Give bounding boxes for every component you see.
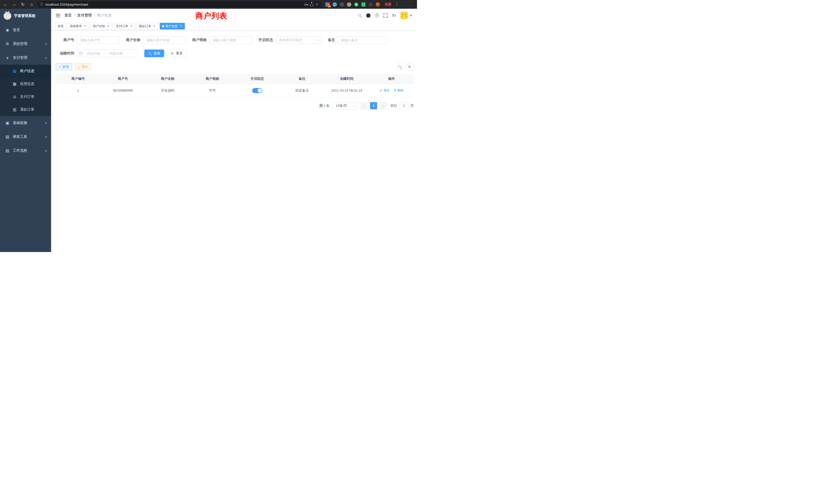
tab-pay-order[interactable]: 支付订单×	[113, 23, 135, 29]
user-menu[interactable]: ▼	[400, 12, 412, 19]
chevron-down-icon[interactable]: ∨	[414, 7, 416, 10]
full-name-input[interactable]	[143, 36, 186, 44]
payment-submenu: ▤ 商户信息 ▦ 应用信息 ◎ 支付订单 ▥ 退款订单	[0, 65, 51, 116]
export-button[interactable]: ↓ 导出	[75, 63, 91, 70]
date-range-picker[interactable]: -	[77, 49, 138, 57]
filter-status: 开启状态 请选择开启状态	[259, 36, 322, 44]
extension-drop-icon[interactable]	[332, 2, 337, 7]
sidebar-item-workflow[interactable]: ▨ 工作流程 ∨	[0, 144, 51, 158]
prev-page-button[interactable]: ‹	[360, 102, 368, 109]
search-icon	[148, 52, 152, 55]
tab-home[interactable]: 首页	[55, 23, 66, 29]
table-row: 1 M233666999 芋道源码 芋艿 我是备注 2021-10-23 08:…	[56, 84, 414, 97]
sidebar-item-infrastructure[interactable]: ▣ 基础设施 ∨	[0, 116, 51, 130]
sidebar-menu: ◉ 首页 ⚙ 系统管理 ∨ ¥ 支付管理 ∧ ▤ 商户信息	[0, 23, 51, 158]
reset-button[interactable]: ↻ 重置	[167, 49, 186, 57]
dashboard-icon: ◉	[5, 28, 10, 32]
sidebar-item-merchant-info[interactable]: ▤ 商户信息	[0, 65, 51, 77]
site-info-icon[interactable]: ⓘ	[40, 2, 43, 7]
close-icon[interactable]: ×	[153, 24, 156, 28]
sidebar: 芋道管理系统 ◉ 首页 ⚙ 系统管理 ∨ ¥ 支付管理 ∧	[0, 9, 51, 252]
sidebar-item-dev-tools[interactable]: ▧ 研发工具 ∨	[0, 130, 51, 144]
page-number-1[interactable]: 1	[370, 102, 377, 109]
date-end-input[interactable]	[107, 51, 125, 55]
help-icon[interactable]: ?	[375, 13, 379, 18]
status-select[interactable]: 请选择开启状态	[276, 36, 322, 44]
close-icon[interactable]: ×	[179, 24, 182, 28]
browser-update-button[interactable]: 更新	[385, 2, 391, 7]
table-tools: ↻	[396, 63, 414, 71]
chevron-down-icon	[353, 104, 356, 107]
remark-label: 备注	[328, 38, 335, 42]
sidebar-item-system[interactable]: ⚙ 系统管理 ∨	[0, 37, 51, 51]
create-time-label: 创建时间	[56, 51, 74, 56]
forward-icon[interactable]: →	[11, 2, 17, 7]
github-icon[interactable]	[366, 13, 371, 18]
next-page-button[interactable]: ›	[379, 102, 387, 109]
chevron-down-icon: ∨	[44, 42, 47, 46]
reload-icon[interactable]: ↻	[20, 2, 26, 7]
col-short-name: 商户简称	[190, 74, 235, 84]
add-button[interactable]: + 新增	[56, 63, 72, 70]
app-logo-row[interactable]: 芋道管理系统	[0, 9, 51, 23]
back-icon[interactable]: ←	[3, 2, 8, 7]
short-name-input[interactable]	[209, 36, 253, 44]
user-avatar[interactable]	[400, 12, 408, 19]
status-toggle[interactable]	[252, 88, 262, 93]
app-grid-icon: ▦	[12, 82, 17, 86]
extension-grid-icon[interactable]: 10	[325, 2, 330, 7]
breadcrumb-payment[interactable]: 支付管理	[77, 13, 92, 18]
page-size-select[interactable]: 10条/页	[332, 102, 358, 109]
sidebar-item-refund-order[interactable]: ▥ 退款订单	[0, 103, 51, 116]
url-bar[interactable]: ⓘ localhost:1024/pay/merchant ☆	[38, 1, 321, 7]
fullscreen-icon[interactable]	[383, 13, 388, 18]
goto-page-input[interactable]	[399, 102, 409, 109]
calendar-icon	[79, 51, 83, 55]
bookmark-star-icon[interactable]: ☆	[315, 2, 319, 7]
font-size-icon[interactable]: TT	[392, 13, 396, 18]
main-header: 首页 / 支付管理 / 商户信息 商户列表 ? TT ▼	[51, 9, 417, 22]
password-key-icon[interactable]	[304, 3, 308, 6]
close-icon[interactable]: ×	[129, 24, 133, 28]
tab-process-form[interactable]: 流程表单×	[67, 23, 89, 29]
extension-badge: 10	[328, 5, 331, 8]
tab-user-group[interactable]: 用户分组×	[90, 23, 112, 29]
remark-input[interactable]	[338, 36, 387, 44]
monitor-icon: ▣	[5, 121, 10, 125]
active-dot	[162, 25, 164, 27]
hide-search-button[interactable]	[396, 63, 404, 71]
profile-avatar-icon[interactable]	[376, 2, 380, 7]
cell-merchant-no: M233666999	[101, 84, 145, 97]
sidebar-item-pay-order[interactable]: ◎ 支付订单	[0, 90, 51, 103]
search-button[interactable]: 搜索	[144, 49, 164, 57]
extension-avatar-icon[interactable]	[347, 2, 351, 7]
col-status: 开启状态	[235, 74, 280, 84]
col-full-name: 商户全称	[145, 74, 190, 84]
merchant-no-label: 商户号	[56, 38, 74, 42]
delete-link[interactable]: 删除	[394, 88, 404, 93]
extension-pin-icon[interactable]	[369, 2, 373, 7]
tab-merchant-info[interactable]: 商户信息×	[160, 23, 185, 29]
close-icon[interactable]: ×	[83, 24, 87, 28]
edit-link[interactable]: 修改	[379, 88, 390, 93]
sidebar-item-payment[interactable]: ¥ 支付管理 ∧	[0, 51, 51, 65]
close-icon[interactable]: ×	[106, 24, 110, 28]
hamburger-icon[interactable]	[56, 14, 60, 17]
extension-green-square-icon[interactable]	[361, 2, 366, 7]
merchant-no-input[interactable]	[77, 36, 120, 44]
extension-green-circle-icon[interactable]	[354, 2, 358, 7]
extension-dark-icon[interactable]	[340, 2, 344, 7]
share-icon[interactable]	[310, 4, 313, 6]
date-start-input[interactable]	[84, 51, 103, 55]
sidebar-item-app-info[interactable]: ▦ 应用信息	[0, 77, 51, 90]
merchant-table: 商户编号 商户号 商户全称 商户简称 开启状态 备注 创建时间 操作 1	[56, 74, 414, 97]
home-icon[interactable]: ⌂	[29, 2, 35, 7]
search-icon[interactable]	[358, 14, 362, 18]
breadcrumb-home[interactable]: 首页	[64, 13, 72, 18]
tab-refund-order[interactable]: 退款订单×	[137, 23, 158, 29]
sidebar-item-home[interactable]: ◉ 首页	[0, 23, 51, 37]
refresh-table-button[interactable]: ↻	[406, 63, 414, 71]
col-create-time: 创建时间	[324, 74, 369, 84]
app-logo-avatar	[4, 12, 11, 20]
browser-menu-icon[interactable]: ⋮	[394, 2, 399, 7]
